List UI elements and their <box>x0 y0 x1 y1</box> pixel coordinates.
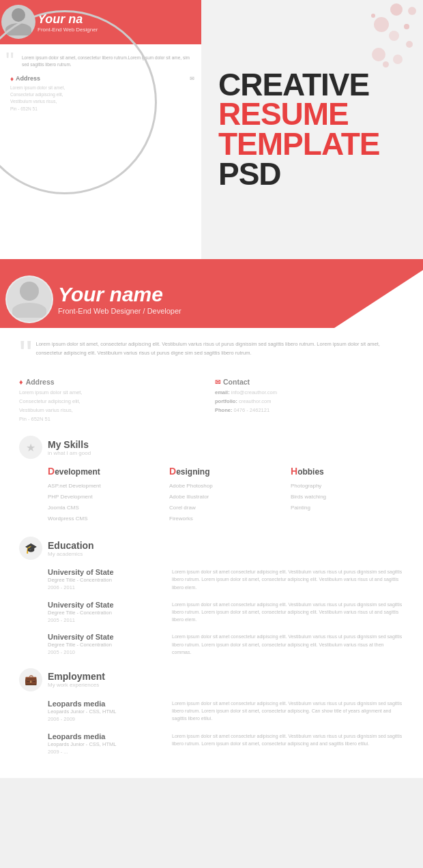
skills-header: ★ My Skills in what I am good <box>19 436 404 459</box>
creative-title-block: CREATIVE RESUME TEMPLATE PSD <box>201 0 423 259</box>
title-line1: CREATIVE <box>218 70 379 100</box>
info-grid: ♦ Address Lorem ipsum dolor sit amet, Co… <box>19 378 404 423</box>
education-section: 🎓 Education My academics University of S… <box>19 537 404 656</box>
education-icon-circle: 🎓 <box>19 537 42 560</box>
edu-1-left: University of State Degree Title - Conce… <box>48 568 164 591</box>
dev-title: Development <box>48 466 161 477</box>
emp-1-company: Leopards media <box>48 700 164 708</box>
briefcase-icon: 💼 <box>25 674 38 686</box>
title-line2: RESUME <box>218 100 379 130</box>
edu-3-years: 2005 - 2010 <box>48 649 164 655</box>
hobby-item-3: Painting <box>291 503 404 513</box>
skills-icon-circle: ★ <box>19 436 42 459</box>
contact-icon: ✉ <box>215 378 220 386</box>
employment-header: 💼 Employment My work experiences <box>19 668 404 691</box>
hobby-item-2: Birds watching <box>291 492 404 503</box>
address-pin-icon: ♦ <box>19 378 23 386</box>
dev-item-2: PHP Development <box>48 492 161 503</box>
education-subtitle: My academics <box>48 551 94 557</box>
resume-name-block: Your name Front-End Web Designer / Devel… <box>58 283 181 315</box>
emp-entry-1: Leopards media Leopards Junior - CSS, HT… <box>19 700 404 723</box>
emp-2-desc: Lorem ipsum dolor sit amet consectetur a… <box>172 732 404 755</box>
main-resume: Your name Front-End Web Designer / Devel… <box>0 270 423 778</box>
skills-section: ★ My Skills in what I am good Developmen… <box>19 436 404 524</box>
dev-item-4: Wordpress CMS <box>48 513 161 524</box>
education-title: Education <box>48 540 94 551</box>
address-label: ♦ Address <box>19 378 208 386</box>
edu-1-school: University of State <box>48 568 164 576</box>
emp-2-role: Leopards Junior - CSS, HTML <box>48 740 164 749</box>
dev-item-3: Joomla CMS <box>48 503 161 513</box>
edu-1-desc: Lorem ipsum dolor sit amet consectetur a… <box>172 568 404 591</box>
resume-job-subtitle: Front-End Web Designer / Developer <box>58 307 181 315</box>
edu-2-degree: Degree Title - Concentration <box>48 609 164 617</box>
emp-1-years: 2006 - 2009 <box>48 716 164 722</box>
preview-lorem: Lorem ipsum dolor sit amet, consectetur … <box>7 51 194 68</box>
edu-2-left: University of State Degree Title - Conce… <box>48 601 164 624</box>
emp-1-desc: Lorem ipsum dolor sit amet consectetur a… <box>172 700 404 723</box>
education-header: 🎓 Education My academics <box>19 537 404 560</box>
skill-development: Development ASP.net Development PHP Deve… <box>48 466 161 524</box>
edu-entry-1: University of State Degree Title - Conce… <box>19 568 404 591</box>
skills-grid: Development ASP.net Development PHP Deve… <box>19 466 404 524</box>
dev-item-1: ASP.net Development <box>48 481 161 492</box>
edu-1-degree: Degree Title - Concentration <box>48 576 164 584</box>
title-line4: PSD <box>218 160 379 190</box>
edu-entry-2: University of State Degree Title - Conce… <box>19 601 404 624</box>
skills-title: My Skills <box>48 439 91 450</box>
resume-name: Your name <box>58 283 181 306</box>
address-text: Lorem ipsum dolor sit amet, Consectetur … <box>19 389 208 423</box>
preview-job-title: Front-End Web Designer <box>38 27 98 33</box>
address-block: ♦ Address Lorem ipsum dolor sit amet, Co… <box>19 378 208 423</box>
skill-designing: Designing Adobe Photoshop Adobe Illustra… <box>169 466 282 524</box>
quote-section: " Lorem ipsum dolor sit amet, consectetu… <box>19 340 404 368</box>
emp-2-company: Leopards media <box>48 732 164 740</box>
edu-3-degree: Degree Title - Concentration <box>48 641 164 649</box>
contact-block: ✉ Contact email: info@creauthor.com port… <box>215 378 404 423</box>
resume-body: " Lorem ipsum dolor sit amet, consectetu… <box>0 328 423 778</box>
preview-left-panel: Your na Front-End Web Designer " Lorem i… <box>0 0 201 259</box>
quote-icon: " <box>19 340 33 368</box>
graduation-icon: 🎓 <box>25 542 38 554</box>
employment-subtitle: My work experiences <box>48 682 105 688</box>
edu-3-school: University of State <box>48 633 164 641</box>
emp-2-years: 2009 - ... <box>48 749 164 755</box>
quote-icon-preview: " <box>5 50 14 74</box>
edu-2-school: University of State <box>48 601 164 609</box>
resume-header: Your name Front-End Web Designer / Devel… <box>0 270 423 328</box>
edu-3-left: University of State Degree Title - Conce… <box>48 633 164 656</box>
preview-avatar <box>1 5 35 39</box>
hobby-item-1: Photography <box>291 481 404 492</box>
contact-text: email: info@creauthor.com portfolio: cre… <box>215 389 404 415</box>
skills-subtitle: in what I am good <box>48 450 91 456</box>
employment-icon-circle: 💼 <box>19 668 42 691</box>
red-banner <box>0 259 423 270</box>
preview-address-label: ♦ Address ✉ <box>10 75 194 83</box>
preview-address-text: Lorem ipsum dolor sit amet, Consectetur … <box>10 85 194 113</box>
emp-2-left: Leopards media Leopards Junior - CSS, HT… <box>48 732 164 755</box>
edu-2-years: 2005 - 2011 <box>48 617 164 623</box>
star-icon: ★ <box>26 441 35 454</box>
employment-section: 💼 Employment My work experiences Leopard… <box>19 668 404 755</box>
contact-label: ✉ Contact <box>215 378 404 386</box>
design-item-2: Adobe Illustrator <box>169 492 282 503</box>
hobbies-title: Hobbies <box>291 466 404 477</box>
edu-1-years: 2006 - 2011 <box>48 584 164 590</box>
design-item-4: Fireworks <box>169 513 282 524</box>
preview-name-block: Your na Front-End Web Designer <box>38 12 98 33</box>
top-preview-section: Your na Front-End Web Designer " Lorem i… <box>0 0 423 259</box>
employment-title: Employment <box>48 671 105 682</box>
design-title: Designing <box>169 466 282 477</box>
title-line3: TEMPLATE <box>218 130 379 160</box>
preview-header: Your na Front-End Web Designer <box>0 0 201 44</box>
design-item-3: Corel draw <box>169 503 282 513</box>
skill-hobbies: Hobbies Photography Birds watching Paint… <box>291 466 404 524</box>
emp-1-left: Leopards media Leopards Junior - CSS, HT… <box>48 700 164 723</box>
preview-name: Your na <box>38 12 98 27</box>
emp-1-role: Leopards Junior - CSS, HTML <box>48 708 164 716</box>
quote-text: Lorem ipsum dolor sit amet, consectetur … <box>36 340 404 368</box>
edu-entry-3: University of State Degree Title - Conce… <box>19 633 404 656</box>
emp-entry-2: Leopards media Leopards Junior - CSS, HT… <box>19 732 404 755</box>
pin-icon-preview: ♦ <box>10 75 14 83</box>
header-diagonal <box>334 270 423 328</box>
